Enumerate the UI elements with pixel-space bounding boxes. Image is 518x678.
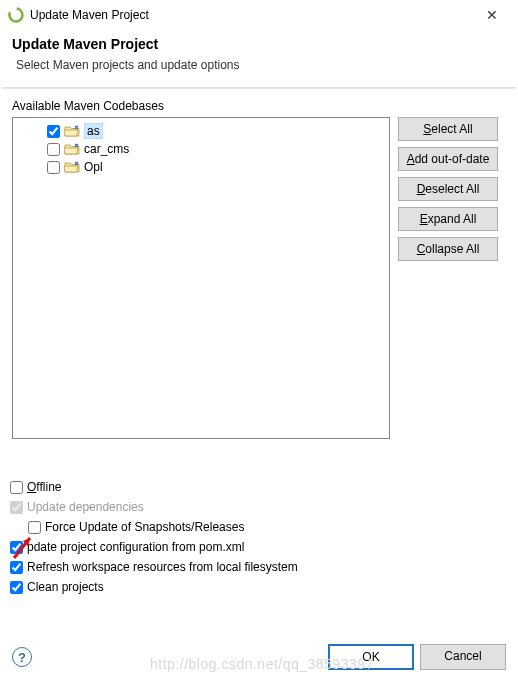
offline-checkbox[interactable] (10, 481, 23, 494)
titlebar: Update Maven Project ✕ (0, 0, 518, 30)
help-icon[interactable]: ? (12, 647, 32, 667)
update-config-label: pdate project configuration from pom.xml (27, 540, 244, 554)
folder-icon (64, 142, 80, 156)
header: Update Maven Project Select Maven projec… (0, 30, 518, 87)
main-content: Available Maven Codebases as car_cms Opl… (0, 89, 518, 439)
button-column: Select All Add out-of-date Deselect All … (398, 117, 498, 261)
close-icon[interactable]: ✕ (476, 5, 508, 25)
folder-icon (64, 160, 80, 174)
force-update-checkbox-row[interactable]: Force Update of Snapshots/Releases (10, 517, 506, 537)
expand-all-button[interactable]: Expand All (398, 207, 498, 231)
ok-button[interactable]: OK (328, 644, 414, 670)
clean-checkbox-row[interactable]: Clean projects (10, 577, 506, 597)
clean-label: Clean projects (27, 580, 104, 594)
page-subtitle: Select Maven projects and update options (12, 58, 506, 72)
project-label: Opl (84, 160, 103, 174)
update-deps-label: Update dependencies (27, 500, 144, 514)
update-deps-checkbox-row: Update dependencies (10, 497, 506, 517)
clean-checkbox[interactable] (10, 581, 23, 594)
select-all-button[interactable]: Select All (398, 117, 498, 141)
project-item-car-cms[interactable]: car_cms (15, 140, 387, 158)
page-title: Update Maven Project (12, 36, 506, 52)
folder-icon (64, 124, 80, 138)
app-icon (8, 7, 24, 23)
project-label: car_cms (84, 142, 129, 156)
update-config-checkbox[interactable] (10, 541, 23, 554)
deselect-all-button[interactable]: Deselect All (398, 177, 498, 201)
force-update-checkbox[interactable] (28, 521, 41, 534)
titlebar-text: Update Maven Project (30, 8, 476, 22)
project-label: as (84, 123, 103, 139)
refresh-label: Refresh workspace resources from local f… (27, 560, 298, 574)
project-item-as[interactable]: as (15, 122, 387, 140)
offline-checkbox-row[interactable]: Offline (10, 477, 506, 497)
footer: ? OK Cancel (0, 644, 518, 670)
update-deps-checkbox (10, 501, 23, 514)
options-section: Offline Update dependencies Force Update… (0, 439, 518, 603)
project-checkbox-car-cms[interactable] (47, 143, 60, 156)
offline-label: Offline (27, 480, 61, 494)
force-update-label: Force Update of Snapshots/Releases (45, 520, 244, 534)
project-tree[interactable]: as car_cms Opl (12, 117, 390, 439)
project-item-opl[interactable]: Opl (15, 158, 387, 176)
cancel-button[interactable]: Cancel (420, 644, 506, 670)
refresh-checkbox[interactable] (10, 561, 23, 574)
project-checkbox-as[interactable] (47, 125, 60, 138)
project-checkbox-opl[interactable] (47, 161, 60, 174)
codebases-label: Available Maven Codebases (12, 99, 506, 113)
collapse-all-button[interactable]: Collapse All (398, 237, 498, 261)
svg-point-0 (8, 7, 24, 23)
add-out-of-date-button[interactable]: Add out-of-date (398, 147, 498, 171)
update-config-checkbox-row[interactable]: pdate project configuration from pom.xml (10, 537, 506, 557)
refresh-checkbox-row[interactable]: Refresh workspace resources from local f… (10, 557, 506, 577)
